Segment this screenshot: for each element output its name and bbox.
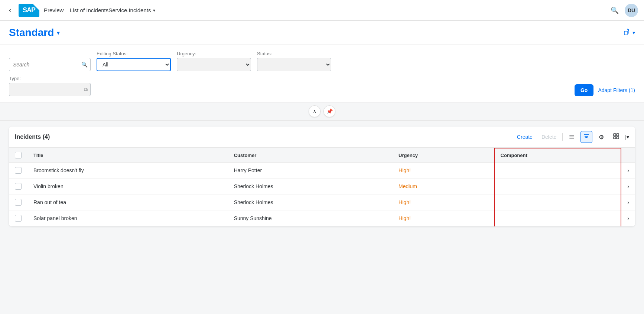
delete-button[interactable]: Delete [539, 133, 559, 141]
table-row[interactable]: Ran out of tea Sherlock Holmes High! › [9, 194, 635, 210]
share-icon [624, 28, 631, 36]
breadcrumb-title[interactable]: Preview – List of IncidentsService.Incid… [44, 7, 155, 13]
page-header: Standard ▾ ▾ [0, 21, 644, 45]
customer-cell: Sherlock Holmes [228, 179, 393, 194]
adapt-filters-button[interactable]: Adapt Filters (1) [598, 87, 635, 93]
page-title-row: Standard ▾ [9, 27, 60, 45]
customer-cell: Sherlock Holmes [228, 194, 393, 210]
table-row[interactable]: Broomstick doesn't fly Harry Potter High… [9, 163, 635, 179]
collapse-up-arrow: ∧ [313, 108, 316, 114]
sap-logo: SAP [19, 4, 39, 17]
component-column-header: Component [494, 148, 621, 163]
filter-view-button[interactable] [580, 131, 592, 143]
urgency-cell: Medium [393, 179, 494, 194]
urgency-input-wrap [177, 58, 251, 71]
collapse-bar: ∧ 📌 [0, 102, 644, 121]
search-input[interactable] [9, 58, 91, 71]
select-all-header [9, 148, 27, 163]
editing-status-select[interactable]: All [97, 58, 171, 71]
title-dropdown-arrow[interactable]: ▾ [57, 29, 60, 36]
incidents-table-card: Incidents (4) Create Delete ☰ [9, 127, 635, 226]
top-bar: ‹ SAP Preview – List of IncidentsService… [0, 0, 644, 21]
grid-icon [613, 133, 619, 141]
row-nav-arrow[interactable]: › [621, 210, 635, 226]
select-all-checkbox[interactable] [15, 152, 22, 158]
pin-icon: 📌 [326, 108, 333, 114]
back-button[interactable]: ‹ [6, 5, 14, 16]
pin-filters-button[interactable]: 📌 [323, 105, 335, 117]
customer-cell: Harry Potter [228, 163, 393, 179]
page-title: Standard [9, 27, 54, 39]
top-bar-right: 🔍 DU [611, 4, 638, 17]
incidents-table: Title Customer Urgency Component Broomst… [9, 148, 635, 226]
settings-button[interactable]: ⚙ [595, 131, 607, 143]
row-checkbox-cell [9, 210, 27, 226]
list-view-button[interactable]: ☰ [566, 131, 578, 143]
svg-rect-6 [614, 137, 616, 139]
search-input-wrap: 🔍 [9, 58, 91, 71]
go-button[interactable]: Go [575, 84, 593, 96]
table-row[interactable]: Solar panel broken Sunny Sunshine High! … [9, 210, 635, 226]
row-checkbox-cell [9, 179, 27, 194]
toolbar-more-dropdown[interactable]: |▾ [625, 134, 629, 140]
row-checkbox[interactable] [15, 183, 22, 190]
table-header-row: Title Customer Urgency Component [9, 148, 635, 163]
type-label: Type: [9, 76, 91, 81]
search-filter-field: 🔍 [9, 58, 91, 71]
svg-rect-2 [585, 136, 588, 137]
urgency-cell: High! [393, 210, 494, 226]
title-cell: Broomstick doesn't fly [27, 163, 228, 179]
share-button[interactable] [624, 28, 631, 37]
urgency-value: Medium [399, 183, 417, 189]
urgency-select[interactable] [177, 58, 251, 71]
user-avatar[interactable]: DU [625, 4, 638, 17]
status-filter-field: Status: [257, 51, 331, 71]
type-filter-field: Type: ⧉ [9, 76, 91, 96]
svg-rect-1 [584, 134, 589, 135]
svg-rect-4 [614, 134, 616, 136]
breadcrumb-text: Preview – List of IncidentsService.Incid… [44, 7, 151, 13]
customer-column-header: Customer [228, 148, 393, 163]
list-icon: ☰ [569, 134, 574, 141]
row-nav-arrow[interactable]: › [621, 163, 635, 179]
type-input[interactable] [9, 83, 91, 96]
row-nav-arrow[interactable]: › [621, 179, 635, 194]
component-cell [494, 179, 621, 194]
row-checkbox[interactable] [15, 199, 22, 206]
title-cell: Violin broken [27, 179, 228, 194]
component-cell [494, 210, 621, 226]
table-toolbar: Incidents (4) Create Delete ☰ [9, 127, 635, 148]
row-nav-arrow[interactable]: › [621, 194, 635, 210]
editing-status-filter-field: Editing Status: All [97, 51, 171, 71]
urgency-filter-field: Urgency: [177, 51, 251, 71]
urgency-cell: High! [393, 194, 494, 210]
create-button[interactable]: Create [514, 133, 536, 141]
urgency-column-header: Urgency [393, 148, 494, 163]
component-cell [494, 163, 621, 179]
table-row[interactable]: Violin broken Sherlock Holmes Medium › [9, 179, 635, 194]
title-column-header: Title [27, 148, 228, 163]
filter-row-1: 🔍 Editing Status: All Urgency: Status: [9, 51, 635, 71]
toolbar-divider-1 [562, 133, 563, 141]
row-checkbox-cell [9, 194, 27, 210]
filter-actions: Go Adapt Filters (1) [575, 84, 635, 96]
grid-view-button[interactable] [610, 131, 622, 143]
global-search-button[interactable]: 🔍 [611, 6, 619, 14]
nav-column-header [621, 148, 635, 163]
status-label: Status: [257, 51, 331, 56]
status-input-wrap [257, 58, 331, 71]
type-input-wrap: ⧉ [9, 83, 91, 96]
collapse-filters-button[interactable]: ∧ [309, 105, 321, 117]
svg-rect-7 [617, 137, 619, 139]
svg-rect-5 [617, 134, 619, 136]
row-checkbox-cell [9, 163, 27, 179]
status-select[interactable] [257, 58, 331, 71]
urgency-value: High! [399, 167, 411, 173]
urgency-label: Urgency: [177, 51, 251, 56]
table-toolbar-right: Create Delete ☰ ⚙ [514, 131, 629, 143]
row-checkbox[interactable] [15, 215, 22, 222]
svg-rect-3 [585, 137, 588, 138]
share-dropdown-arrow[interactable]: ▾ [632, 30, 635, 36]
breadcrumb-dropdown-arrow: ▾ [153, 8, 155, 13]
row-checkbox[interactable] [15, 167, 22, 174]
